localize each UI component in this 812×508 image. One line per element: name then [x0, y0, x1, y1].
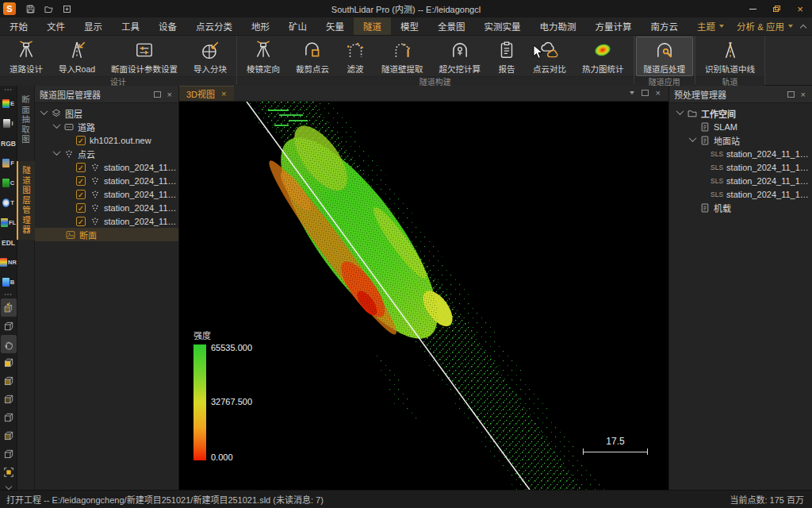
tree-item-sls-station[interactable]: SLS station_2024_11_19_10_52_...: [669, 174, 812, 187]
overbreak-calc-button[interactable]: 超欠挖计算: [431, 37, 489, 76]
menu-item-tools[interactable]: 工具: [112, 17, 149, 35]
import-blocks-button[interactable]: 导入分块: [186, 37, 235, 76]
view-back-button[interactable]: [1, 371, 17, 390]
tree-node-road[interactable]: 道路: [35, 120, 178, 133]
view-top-button[interactable]: [1, 426, 17, 444]
tunnel-postprocess-button[interactable]: 隧道后处理: [636, 37, 694, 76]
heatmap-stats-button[interactable]: 热力图统计: [574, 37, 632, 76]
tree-item-road-file[interactable]: ✓ kh1021.out.new: [35, 133, 178, 147]
zoom-extents-button[interactable]: [1, 463, 17, 481]
expander-icon[interactable]: [689, 134, 697, 142]
menu-item-start[interactable]: 开始: [0, 17, 37, 35]
checkbox-checked[interactable]: ✓: [76, 136, 86, 145]
new-project-icon[interactable]: [62, 4, 72, 14]
tree-item-station[interactable]: ✓ station_2024_11_19_1...: [35, 160, 178, 174]
view-left-button[interactable]: [1, 390, 17, 408]
tree-node-layers[interactable]: 图层: [35, 106, 178, 120]
tree-item-sls-station[interactable]: SLS station_2024_11_19_11_01_...: [669, 187, 812, 201]
menu-item-model[interactable]: 模型: [391, 17, 428, 35]
expander-icon[interactable]: [40, 107, 48, 115]
tree-item-station[interactable]: ✓ station_2024_11_19_1...: [35, 187, 178, 201]
save-icon[interactable]: [25, 4, 36, 14]
close-view-icon[interactable]: ×: [656, 88, 661, 98]
tree-item-station[interactable]: ✓ station_2024_11_19_1...: [35, 201, 178, 214]
tab-menu-icon[interactable]: [630, 91, 634, 94]
float-view-icon[interactable]: [642, 90, 649, 96]
mode-edl-button[interactable]: EDL: [1, 233, 17, 252]
menu-item-mine[interactable]: 矿山: [279, 17, 316, 35]
tree-node-slam[interactable]: SLAM: [669, 120, 812, 133]
tree-node-ground-station[interactable]: 地面站: [669, 133, 812, 147]
menu-item-volume-calc[interactable]: 方量计算: [586, 17, 642, 35]
dock-more-icon[interactable]: [5, 483, 11, 490]
menu-item-tunnel[interactable]: 隧道: [354, 17, 391, 35]
view-front-button[interactable]: [1, 353, 17, 371]
menu-item-terrain[interactable]: 地形: [242, 17, 279, 35]
report-button[interactable]: 报告: [488, 37, 525, 76]
float-panel-icon[interactable]: [787, 91, 795, 98]
close-button[interactable]: ×: [788, 0, 812, 17]
menu-item-measure[interactable]: 实测实量: [475, 17, 530, 35]
import-view-cube-button[interactable]: [1, 298, 17, 317]
mode-time-button[interactable]: T: [1, 193, 17, 213]
checkbox-checked[interactable]: ✓: [76, 217, 86, 226]
tree-item-station[interactable]: ✓ station_2024_11_19_1...: [35, 214, 178, 228]
analysis-dropdown[interactable]: 分析 & 应用: [732, 20, 798, 33]
menu-item-vector[interactable]: 矢量: [316, 17, 354, 35]
tree-node-pointcloud[interactable]: 点云: [35, 147, 178, 160]
open-folder-icon[interactable]: [44, 4, 54, 14]
checkbox-checked[interactable]: ✓: [76, 203, 86, 213]
float-panel-icon[interactable]: [154, 91, 161, 98]
view-cube-button[interactable]: [1, 317, 17, 335]
close-panel-icon[interactable]: ×: [167, 90, 172, 99]
filter-button[interactable]: 滤波: [337, 37, 373, 76]
mode-b-button[interactable]: B: [1, 272, 17, 292]
checkbox-checked[interactable]: ✓: [76, 176, 86, 186]
tree-item-sls-station[interactable]: SLS station_2024_11_19_10_43_...: [669, 147, 812, 160]
pan-tool-button[interactable]: [1, 335, 17, 353]
tree-item-sls-station[interactable]: SLS station_2024_11_19_10_48_...: [669, 160, 812, 174]
menu-item-panorama[interactable]: 全景图: [428, 17, 475, 35]
mode-elevation-button[interactable]: E: [1, 94, 17, 114]
tree-item-station[interactable]: ✓ station_2024_11_19_1...: [35, 174, 178, 187]
clip-pointcloud-button[interactable]: 裁剪点云: [288, 37, 337, 76]
section-design-params-button[interactable]: 断面设计参数设置: [103, 37, 186, 76]
import-road-button[interactable]: 导入Road: [51, 37, 103, 76]
road-design-button[interactable]: 道路设计: [2, 37, 51, 76]
tab-tunnel-layer-manager[interactable]: 隧道图层管理器: [17, 161, 35, 241]
close-panel-icon[interactable]: ×: [801, 90, 806, 99]
tree-node-workspace[interactable]: 工作空间: [669, 106, 812, 120]
checkbox-checked[interactable]: ✓: [76, 163, 86, 172]
mode-nr-button[interactable]: NR: [1, 252, 17, 272]
mode-intensity-button[interactable]: I: [1, 114, 17, 133]
tree-node-airborne[interactable]: 机载: [669, 201, 812, 214]
track-centerline-button[interactable]: 识别轨道中线: [697, 37, 763, 76]
viewport-3d[interactable]: 强度 65535.000 32767.500 0.000 17.5: [179, 102, 668, 490]
expander-icon[interactable]: [53, 148, 61, 156]
expander-icon[interactable]: [53, 121, 61, 129]
checkbox-checked[interactable]: ✓: [76, 190, 86, 199]
view-bottom-button[interactable]: [1, 444, 17, 463]
maximize-button[interactable]: [764, 0, 788, 17]
tab-3d-view[interactable]: 3D视图 ×: [179, 86, 234, 101]
menu-item-device[interactable]: 设备: [149, 17, 186, 35]
minimize-button[interactable]: [741, 0, 764, 17]
tunnel-wall-extract-button[interactable]: 隧道壁提取: [373, 37, 431, 76]
tree-item-section-selected[interactable]: 断面: [35, 228, 178, 241]
view-right-button[interactable]: [1, 408, 17, 426]
menu-item-power-survey[interactable]: 电力勘测: [530, 17, 586, 35]
close-tab-icon[interactable]: ×: [221, 89, 226, 98]
mode-fl-button[interactable]: FL: [1, 213, 17, 233]
prism-orientation-button[interactable]: 棱镜定向: [239, 37, 288, 76]
tab-section-extract-view[interactable]: 断面抽取图: [17, 90, 34, 150]
menu-item-south-cloud[interactable]: 南方云: [642, 17, 688, 35]
mode-rgb-button[interactable]: RGB: [1, 133, 17, 153]
mode-flight-button[interactable]: F: [1, 153, 17, 173]
menu-item-display[interactable]: 显示: [75, 17, 112, 35]
collapse-ribbon-icon[interactable]: [800, 24, 806, 30]
expander-icon[interactable]: [676, 107, 684, 115]
menu-item-file[interactable]: 文件: [37, 17, 75, 35]
mode-class-button[interactable]: C: [1, 173, 17, 193]
menu-item-classification[interactable]: 点云分类: [186, 17, 242, 35]
theme-dropdown[interactable]: 主题: [692, 20, 729, 33]
